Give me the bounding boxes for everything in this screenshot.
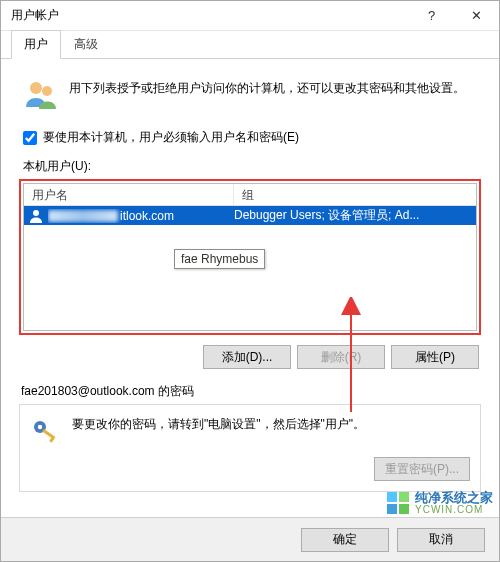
column-header-group[interactable]: 组 [234, 184, 476, 205]
properties-button[interactable]: 属性(P) [391, 345, 479, 369]
user-buttons-row: 添加(D)... 删除(R) 属性(P) [19, 335, 481, 373]
ok-button[interactable]: 确定 [301, 528, 389, 552]
password-hint-text: 要更改你的密码，请转到"电脑设置"，然后选择"用户"。 [72, 415, 470, 447]
password-section: fae201803@outlook.com 的密码 要更改你的密码，请转到"电脑… [19, 381, 481, 492]
listbox-header: 用户名 组 [24, 184, 476, 206]
users-listbox[interactable]: 用户名 组 itlook.com Debugger Users; 设备管理员; … [23, 183, 477, 331]
column-header-username[interactable]: 用户名 [24, 184, 234, 205]
dialog-footer: 确定 取消 [1, 517, 499, 561]
svg-point-2 [33, 210, 39, 216]
window-controls: ? ✕ [409, 1, 499, 30]
annotation-highlight: 用户名 组 itlook.com Debugger Users; 设备管理员; … [19, 179, 481, 335]
users-list-label: 本机用户(U): [19, 156, 481, 179]
password-hint-row: 要更改你的密码，请转到"电脑设置"，然后选择"用户"。 [30, 415, 470, 447]
add-user-button[interactable]: 添加(D)... [203, 345, 291, 369]
svg-point-0 [30, 82, 42, 94]
user-accounts-dialog: 用户帐户 ? ✕ 用户 高级 用下列表授予或拒绝用户访问你的计算机，还可以更改其… [0, 0, 500, 562]
titlebar[interactable]: 用户帐户 ? ✕ [1, 1, 499, 31]
tab-users[interactable]: 用户 [11, 30, 61, 59]
watermark-logo-icon [387, 492, 409, 514]
user-username-cell: itlook.com [48, 209, 234, 223]
watermark-line1: 纯净系统之家 [415, 491, 493, 505]
key-icon [30, 415, 62, 447]
tab-advanced[interactable]: 高级 [61, 30, 111, 59]
svg-point-5 [38, 425, 42, 429]
users-icon [23, 77, 59, 113]
username-tooltip: fae Rhymebus [174, 249, 265, 269]
dialog-body: 用下列表授予或拒绝用户访问你的计算机，还可以更改其密码和其他设置。 要使用本计算… [1, 59, 499, 517]
listbox-rows: itlook.com Debugger Users; 设备管理员; Ad... … [24, 206, 476, 330]
intro-text: 用下列表授予或拒绝用户访问你的计算机，还可以更改其密码和其他设置。 [69, 77, 477, 113]
user-group-cell: Debugger Users; 设备管理员; Ad... [234, 207, 476, 224]
password-box: 要更改你的密码，请转到"电脑设置"，然后选择"用户"。 重置密码(P)... [19, 404, 481, 492]
password-group-title: fae201803@outlook.com 的密码 [19, 381, 481, 404]
obscured-username [48, 210, 118, 222]
watermark-line2: YCWIN.COM [415, 505, 493, 516]
require-password-checkbox[interactable] [23, 131, 37, 145]
svg-rect-6 [42, 429, 55, 439]
intro-row: 用下列表授予或拒绝用户访问你的计算机，还可以更改其密码和其他设置。 [19, 69, 481, 125]
watermark: 纯净系统之家 YCWIN.COM [387, 491, 493, 515]
user-row[interactable]: itlook.com Debugger Users; 设备管理员; Ad... [24, 206, 476, 225]
tabstrip: 用户 高级 [1, 31, 499, 59]
close-button[interactable]: ✕ [454, 1, 499, 30]
cancel-button[interactable]: 取消 [397, 528, 485, 552]
user-icon [28, 208, 44, 224]
require-password-row[interactable]: 要使用本计算机，用户必须输入用户名和密码(E) [19, 125, 481, 156]
help-button[interactable]: ? [409, 1, 454, 30]
svg-point-1 [42, 86, 52, 96]
window-title: 用户帐户 [11, 7, 59, 24]
remove-user-button[interactable]: 删除(R) [297, 345, 385, 369]
reset-password-button[interactable]: 重置密码(P)... [374, 457, 470, 481]
require-password-label: 要使用本计算机，用户必须输入用户名和密码(E) [43, 129, 299, 146]
